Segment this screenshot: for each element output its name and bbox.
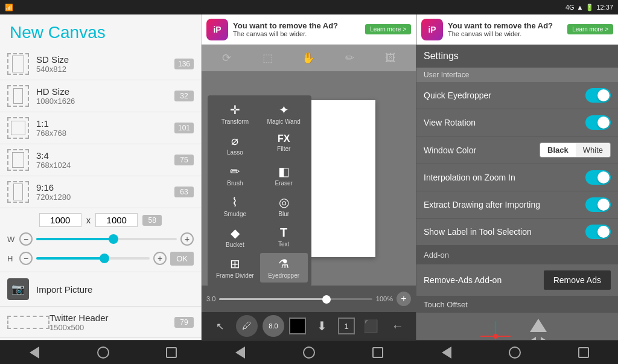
tool-label-eyedropper: Eyedropper [268,272,299,279]
tool-lasso[interactable]: ⌀ Lasso [211,130,259,159]
height-plus-btn[interactable]: + [153,252,167,265]
twitter-count: 79 [174,317,194,328]
extract-toggle[interactable] [585,197,611,212]
canvas-size-916: 720x1280 [36,193,174,202]
nav-back-btn-3[interactable] [428,340,465,365]
canvas-header: New Canvas [0,14,201,48]
import-picture-item[interactable]: 📷 Import Picture [0,272,201,307]
nav-square-btn-2[interactable] [360,340,396,365]
settings-title: Settings [416,45,618,68]
ok-button[interactable]: OK [170,252,194,266]
h-label: H [7,254,16,263]
tool-blur[interactable]: ◎ Blur [260,191,308,221]
width-minus-btn[interactable]: − [19,232,33,246]
page-number[interactable]: 1 [338,318,355,334]
touch-up-arrow[interactable] [530,319,547,332]
toolbar-pen-icon[interactable]: ✏ [340,48,359,68]
canvas-title: New Canvas [10,23,191,42]
touch-offset-header: Touch Offset [416,296,618,313]
canvas-info-11: 1:1 768x768 [36,118,174,138]
canvas-width-input[interactable]: 1000 [39,213,81,227]
settings-row-show-label[interactable]: Show Label in Tool Selection [416,219,618,246]
tool-bucket[interactable]: ◆ Bucket [211,222,259,252]
show-label-label: Show Label in Tool Selection [424,227,585,237]
touch-offset-area [416,313,618,340]
width-plus-btn[interactable]: + [180,232,194,246]
draw-area[interactable]: ✛ Transform ✦ Magic Wand ⌀ Lasso FX Filt… [202,71,416,286]
show-label-toggle[interactable] [585,225,611,239]
canvas-item-34[interactable]: 3:4 768x1024 75 [0,144,201,176]
rotation-toggle[interactable] [585,115,611,130]
height-minus-btn[interactable]: − [19,252,33,265]
interpolation-toggle[interactable] [585,170,611,185]
canvas-item-11[interactable]: 1:1 768x768 101 [0,112,201,144]
remove-ads-button[interactable]: Remove Ads [544,270,611,290]
twitter-item[interactable]: Twitter Header 1500x500 79 [0,307,201,338]
tool-label-transform: Transform [221,118,249,125]
tool-text[interactable]: T Text [260,222,308,252]
tool-label-lasso: Lasso [227,149,243,156]
tool-icon-brush: ✏ [230,164,240,179]
zoom-plus-btn[interactable]: + [397,292,411,306]
settings-row-rotation[interactable]: View Rotation [416,109,618,136]
eyedropper-toggle[interactable] [585,88,611,103]
back-icon[interactable]: ← [387,315,409,337]
canvas-thumb-11 [7,117,29,139]
toolbar-undo-icon[interactable]: ⟳ [217,48,237,68]
settings-row-interpolation[interactable]: Interpolation on Zoom In [416,164,618,191]
canvas-item-sd[interactable]: SD Size 540x812 136 [0,48,201,80]
nav-square-btn-1[interactable] [153,340,190,365]
tool-icon-text: T [280,226,287,240]
nav-home-btn-3[interactable] [497,340,533,365]
tool-eyedropper[interactable]: ⚗ Eyedropper [260,253,308,283]
import-label: Import Picture [36,284,92,295]
ad-learn-btn-settings[interactable]: Learn more > [567,24,613,34]
canvas-height-input[interactable]: 1000 [95,213,138,227]
zoom-percent: 100% [376,295,393,302]
color-swatch[interactable] [289,318,306,334]
canvas-size-sd: 540x812 [36,65,174,74]
settings-row-eyedropper[interactable]: Quick Eyedropper [416,82,618,109]
tool-smudge[interactable]: ⌇ Smudge [211,191,259,221]
settings-panel: iP You want to remove the Ad? The canvas… [416,14,618,340]
height-slider-track[interactable] [36,257,150,260]
brush-size-indicator[interactable]: 8.0 [263,315,284,337]
window-color-label: Window Color [424,145,540,155]
zoom-fill [219,298,326,300]
tool-frame-divider[interactable]: ⊞ Frame Divider [211,253,259,283]
settings-row-addon: Remove-Ads Add-on Remove Ads [416,264,618,296]
tool-filter[interactable]: FX Filter [260,130,308,159]
toolbar-hand-icon[interactable]: ✋ [299,48,318,68]
tool-icon-eraser: ◧ [278,164,290,179]
crosshair-dot [493,334,498,339]
canvas-item-hd[interactable]: HD Size 1080x1626 32 [0,80,201,112]
settings-row-extract[interactable]: Extract Drawing after Importing [416,191,618,219]
zoom-slider[interactable] [219,298,372,300]
tool-transform[interactable]: ✛ Transform [211,99,259,129]
window-color-black-btn[interactable]: Black [540,143,576,157]
signal-icon: ▲ [577,4,584,11]
canvas-item-916[interactable]: 9:16 720x1280 63 [0,176,201,208]
layers-icon[interactable]: ⬛ [360,315,381,337]
tool-magic-wand[interactable]: ✦ Magic Wand [260,99,308,129]
extract-label: Extract Drawing after Importing [424,200,585,209]
width-slider-track[interactable] [36,238,177,240]
tool-eraser[interactable]: ◧ Eraser [260,161,308,190]
nav-home-btn-2[interactable] [291,340,327,365]
ad-learn-btn-draw[interactable]: Learn more > [365,24,411,34]
nav-back-btn-2[interactable] [222,340,258,365]
download-icon[interactable]: ⬇ [311,315,333,337]
battery-icon: 🔋 [585,4,594,11]
window-color-white-btn[interactable]: White [576,143,610,157]
pen-tool-icon[interactable]: 🖊 [236,315,258,337]
move-tool-icon[interactable]: ↖ [209,315,231,337]
nav-square-btn-3[interactable] [565,340,602,365]
tool-brush[interactable]: ✏ Brush [211,161,259,190]
nav-home-btn-1[interactable] [85,340,121,365]
nav-back-btn-1[interactable] [16,340,53,365]
canvas-count-34: 75 [174,155,194,165]
canvas-custom-section: 1000 x 1000 58 W − + [0,208,201,272]
settings-row-window-color[interactable]: Window Color Black White [416,136,618,164]
toolbar-image-icon[interactable]: 🖼 [381,48,400,68]
toolbar-select-icon[interactable]: ⬚ [258,48,278,68]
